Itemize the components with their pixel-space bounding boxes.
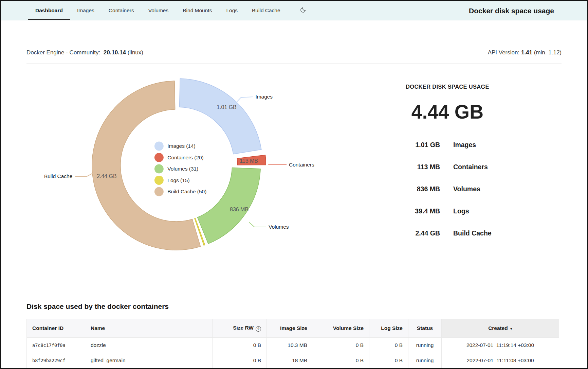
cell-volume-size: 0 B — [313, 353, 369, 368]
cell-container-id: b8f29ba229cf — [27, 353, 85, 368]
column-label: Image Size — [280, 325, 307, 331]
column-label: Status — [417, 325, 433, 331]
cell-image-size: 18 MB — [267, 353, 313, 368]
sort-desc-icon: ▾ — [510, 326, 512, 331]
summary-label: Volumes — [453, 185, 480, 193]
table-row: a7c8c17f0f0adozzle0 B10.3 MB0 B0 Brunnin… — [27, 338, 559, 353]
callout-line-volumes — [249, 222, 266, 227]
column-header-container-id[interactable]: Container ID — [27, 319, 85, 338]
tab-logs[interactable]: Logs — [219, 1, 245, 20]
summary-value: 836 MB — [374, 185, 440, 193]
summary-row-containers: 113 MBContainers — [374, 162, 520, 172]
summary-value: 2.44 GB — [374, 229, 440, 237]
column-header-status[interactable]: Status — [408, 319, 442, 338]
tab-containers[interactable]: Containers — [102, 1, 141, 20]
table-row: b8f29ba229cfgifted_germain0 B18 MB0 B0 B… — [27, 353, 559, 368]
moon-icon — [300, 7, 306, 15]
summary-rows: 1.01 GBImages113 MBContainers836 MBVolum… — [374, 140, 520, 250]
callout-label-build-cache: Build Cache — [44, 173, 72, 179]
slice-size-label-images: 1.01 GB — [217, 104, 236, 110]
engine-info-row: Docker Engine - Community: 20.10.14 (lin… — [1, 49, 587, 56]
summary-row-volumes: 836 MBVolumes — [374, 184, 520, 194]
cell-log-size: 0 B — [369, 338, 408, 353]
callout-label-containers: Containers — [289, 162, 314, 168]
column-label: Volume Size — [333, 325, 364, 331]
tab-images[interactable]: Images — [70, 1, 102, 20]
legend-item-logs[interactable]: Logs (15) — [154, 176, 190, 185]
tab-dashboard[interactable]: Dashboard — [28, 1, 70, 20]
column-header-volume-size[interactable]: Volume Size — [313, 319, 369, 338]
summary-value: 1.01 GB — [374, 141, 440, 149]
column-header-image-size[interactable]: Image Size — [267, 319, 313, 338]
legend-label: Containers (20) — [167, 155, 203, 160]
legend-item-containers[interactable]: Containers (20) — [154, 153, 204, 162]
app-title: Docker disk space usage — [469, 1, 554, 20]
tab-build-cache[interactable]: Build Cache — [245, 1, 288, 20]
callout-line-build-cache — [75, 173, 93, 176]
containers-table-heading: Disk space used by the docker containers — [26, 302, 562, 311]
summary-row-build-cache: 2.44 GBBuild Cache — [374, 228, 520, 238]
legend-item-images[interactable]: Images (14) — [154, 142, 196, 151]
help-icon[interactable]: ? — [256, 326, 261, 332]
nav-tabs: DashboardImagesContainersVolumesBind Mou… — [1, 1, 288, 20]
containers-table: Container IDNameSize RW?Image SizeVolume… — [26, 319, 559, 368]
summary-label: Images — [453, 141, 476, 149]
summary-value: 39.4 MB — [374, 207, 440, 215]
pie-slice-volumes[interactable] — [198, 168, 261, 244]
cell-status: running — [408, 353, 442, 368]
cell-size-rw: 0 B — [213, 338, 267, 353]
summary-label: Logs — [453, 207, 469, 215]
column-label: Created — [488, 325, 508, 331]
column-label: Log Size — [381, 325, 403, 331]
legend-item-build-cache[interactable]: Build Cache (50) — [154, 187, 206, 196]
containers-table-body: a7c8c17f0f0adozzle0 B10.3 MB0 B0 Brunnin… — [27, 338, 559, 368]
cell-image-size: 10.3 MB — [267, 338, 313, 353]
callout-label-images: Images — [255, 94, 273, 100]
containers-table-section: Disk space used by the docker containers… — [1, 302, 587, 368]
column-label: Size RW — [233, 325, 254, 331]
dark-mode-toggle[interactable] — [296, 1, 310, 20]
cell-size-rw: 0 B — [213, 353, 267, 368]
cell-created: 2022-07-01 11:11:08 +03:00 — [442, 353, 559, 368]
legend-swatch — [154, 176, 164, 185]
cell-status: running — [408, 338, 442, 353]
summary-row-images: 1.01 GBImages — [374, 140, 520, 150]
summary-value: 113 MB — [374, 163, 440, 171]
engine-version-text: Docker Engine - Community: 20.10.14 (lin… — [26, 49, 143, 56]
disk-usage-chart-section: 1.01 GBImages113 MBContainers836 MBVolum… — [1, 64, 587, 281]
slice-size-label-build-cache: 2.44 GB — [97, 173, 116, 179]
pie-slice-images[interactable] — [180, 78, 261, 154]
callout-line-images — [237, 97, 253, 102]
app-window: DashboardImagesContainersVolumesBind Mou… — [0, 0, 588, 369]
legend-label: Logs (15) — [167, 177, 189, 183]
cell-log-size: 0 B — [369, 353, 408, 368]
legend-swatch — [154, 153, 164, 162]
column-label: Name — [91, 325, 105, 331]
summary-title: DOCKER DISK SPACE USAGE — [374, 84, 520, 90]
column-header-created[interactable]: Created▾ — [442, 319, 559, 338]
summary-row-logs: 39.4 MBLogs — [374, 206, 520, 216]
top-navigation-bar: DashboardImagesContainersVolumesBind Mou… — [1, 1, 587, 20]
tab-volumes[interactable]: Volumes — [141, 1, 176, 20]
callout-label-volumes: Volumes — [269, 224, 289, 230]
cell-container-id: a7c8c17f0f0a — [27, 338, 85, 353]
slice-size-label-volumes: 836 MB — [230, 207, 249, 212]
legend-label: Volumes (31) — [167, 166, 198, 172]
summary-label: Build Cache — [453, 229, 492, 237]
legend-swatch — [154, 164, 164, 174]
column-header-size-rw[interactable]: Size RW? — [213, 319, 267, 338]
tab-bind-mounts[interactable]: Bind Mounts — [176, 1, 219, 20]
summary-total: 4.44 GB — [374, 101, 520, 123]
cell-created: 2022-07-01 11:19:14 +03:00 — [442, 338, 559, 353]
summary-label: Containers — [453, 163, 488, 171]
column-label: Container ID — [32, 325, 63, 331]
column-header-log-size[interactable]: Log Size — [369, 319, 408, 338]
column-header-name[interactable]: Name — [85, 319, 213, 338]
cell-name: dozzle — [85, 338, 213, 353]
api-version-text: API Version: 1.41 (min. 1.12) — [488, 49, 562, 56]
cell-name: gifted_germain — [85, 353, 213, 368]
legend-label: Images (14) — [167, 143, 195, 149]
legend-swatch — [154, 187, 164, 196]
legend-item-volumes[interactable]: Volumes (31) — [154, 164, 198, 174]
legend-label: Build Cache (50) — [167, 189, 206, 194]
